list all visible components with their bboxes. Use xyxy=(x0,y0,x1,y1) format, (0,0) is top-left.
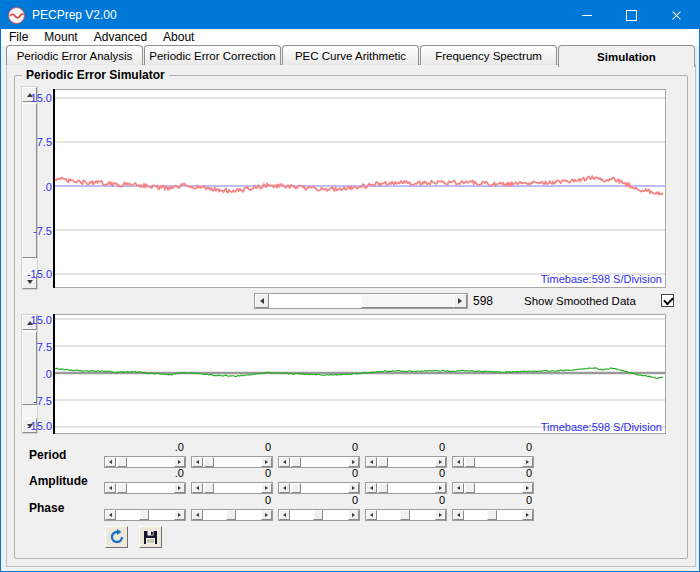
slider-right-arrow-icon[interactable] xyxy=(261,510,272,520)
menu-advanced[interactable]: Advanced xyxy=(86,29,155,46)
slider-thumb[interactable] xyxy=(291,457,301,467)
tab-pec-curve-arithmetic[interactable]: PEC Curve Arithmetic xyxy=(282,45,419,65)
timebase-scroll-thumb[interactable] xyxy=(361,294,454,308)
slider-thumb[interactable] xyxy=(313,510,323,520)
slider-thumb[interactable] xyxy=(378,483,388,493)
period-value-5: 0 xyxy=(452,441,532,453)
slider-left-arrow-icon[interactable] xyxy=(105,510,116,520)
tab-periodic-error-correction[interactable]: Periodic Error Correction xyxy=(144,45,281,65)
slider-thumb[interactable] xyxy=(117,483,127,493)
slider-left-arrow-icon[interactable] xyxy=(105,483,116,493)
slider-thumb[interactable] xyxy=(487,510,497,520)
amplitude-slider-3[interactable] xyxy=(278,482,360,494)
amplitude-value-1: .0 xyxy=(104,467,184,479)
amplitude-value-4: 0 xyxy=(365,467,445,479)
slider-right-arrow-icon[interactable] xyxy=(522,457,533,467)
timebase-scrollbar[interactable] xyxy=(254,293,468,309)
slider-thumb[interactable] xyxy=(291,483,301,493)
chart1-timebase-label: Timebase:598 S/Division xyxy=(53,273,662,285)
refresh-icon xyxy=(109,529,125,545)
app-icon xyxy=(8,7,25,24)
save-icon xyxy=(143,530,158,545)
amplitude-value-2: 0 xyxy=(191,467,271,479)
tab-periodic-error-analysis[interactable]: Periodic Error Analysis xyxy=(6,45,143,65)
menu-bar: File Mount Advanced About xyxy=(1,29,699,46)
show-smoothed-data-checkbox[interactable] xyxy=(661,294,674,307)
slider-thumb[interactable] xyxy=(204,483,214,493)
slider-row-label-period: Period xyxy=(29,448,66,462)
slider-thumb[interactable] xyxy=(400,510,410,520)
chart1-ytick-7.5: 7.5 xyxy=(21,136,52,148)
chart2-ytick--7.5: -7.5 xyxy=(21,395,52,407)
slider-left-arrow-icon[interactable] xyxy=(453,457,464,467)
maximize-button[interactable] xyxy=(609,1,654,29)
slider-left-arrow-icon[interactable] xyxy=(105,457,116,467)
tab-simulation[interactable]: Simulation xyxy=(558,45,695,67)
phase-slider-3[interactable] xyxy=(278,509,360,521)
slider-thumb[interactable] xyxy=(117,457,127,467)
slider-right-arrow-icon[interactable] xyxy=(435,483,446,493)
slider-right-arrow-icon[interactable] xyxy=(522,510,533,520)
amplitude-value-5: 0 xyxy=(452,467,532,479)
minimize-button[interactable] xyxy=(564,1,609,29)
timebase-scroll-right-icon[interactable] xyxy=(453,294,467,308)
slider-left-arrow-icon[interactable] xyxy=(366,457,377,467)
slider-left-arrow-icon[interactable] xyxy=(453,510,464,520)
slider-left-arrow-icon[interactable] xyxy=(279,483,290,493)
slider-left-arrow-icon[interactable] xyxy=(279,510,290,520)
slider-left-arrow-icon[interactable] xyxy=(192,483,203,493)
close-button[interactable] xyxy=(654,1,699,29)
close-icon xyxy=(671,10,682,21)
slider-left-arrow-icon[interactable] xyxy=(279,457,290,467)
slider-left-arrow-icon[interactable] xyxy=(192,457,203,467)
slider-right-arrow-icon[interactable] xyxy=(348,483,359,493)
save-simulation-button[interactable] xyxy=(139,526,162,548)
slider-right-arrow-icon[interactable] xyxy=(348,510,359,520)
window-title: PECPrep V2.00 xyxy=(32,8,117,22)
menu-mount[interactable]: Mount xyxy=(36,29,85,46)
slider-right-arrow-icon[interactable] xyxy=(435,510,446,520)
slider-left-arrow-icon[interactable] xyxy=(366,510,377,520)
slider-thumb[interactable] xyxy=(204,457,214,467)
menu-file[interactable]: File xyxy=(1,29,36,46)
slider-thumb[interactable] xyxy=(465,457,475,467)
slider-left-arrow-icon[interactable] xyxy=(453,483,464,493)
slider-left-arrow-icon[interactable] xyxy=(192,510,203,520)
slider-thumb[interactable] xyxy=(465,483,475,493)
slider-thumb[interactable] xyxy=(378,457,388,467)
slider-right-arrow-icon[interactable] xyxy=(174,483,185,493)
slider-thumb[interactable] xyxy=(226,510,236,520)
amplitude-slider-1[interactable] xyxy=(104,482,186,494)
slider-thumb[interactable] xyxy=(139,510,149,520)
slider-right-arrow-icon[interactable] xyxy=(522,483,533,493)
tab-frequency-spectrum[interactable]: Frequency Spectrum xyxy=(420,45,557,65)
slider-right-arrow-icon[interactable] xyxy=(261,457,272,467)
raw-error-chart xyxy=(53,89,666,288)
phase-slider-5[interactable] xyxy=(452,509,534,521)
slider-right-arrow-icon[interactable] xyxy=(261,483,272,493)
chart1-ytick-15: 15.0 xyxy=(21,92,52,104)
minimize-icon xyxy=(582,15,592,16)
amplitude-slider-2[interactable] xyxy=(191,482,273,494)
chart2-timebase-label: Timebase:598 S/Division xyxy=(53,421,662,433)
phase-slider-2[interactable] xyxy=(191,509,273,521)
slider-right-arrow-icon[interactable] xyxy=(174,457,185,467)
phase-slider-4[interactable] xyxy=(365,509,447,521)
apply-simulation-button[interactable] xyxy=(105,526,128,548)
title-bar: PECPrep V2.00 xyxy=(1,1,699,29)
slider-left-arrow-icon[interactable] xyxy=(366,483,377,493)
phase-value-3: 0 xyxy=(278,494,358,506)
amplitude-value-3: 0 xyxy=(278,467,358,479)
amplitude-slider-5[interactable] xyxy=(452,482,534,494)
slider-right-arrow-icon[interactable] xyxy=(174,510,185,520)
slider-right-arrow-icon[interactable] xyxy=(348,457,359,467)
menu-about[interactable]: About xyxy=(155,29,202,46)
period-value-1: .0 xyxy=(104,441,184,453)
chart2-ytick-15: 15.0 xyxy=(21,314,52,326)
maximize-icon xyxy=(626,10,637,21)
slider-right-arrow-icon[interactable] xyxy=(435,457,446,467)
amplitude-slider-4[interactable] xyxy=(365,482,447,494)
app-window: PECPrep V2.00 File Mount Advanced About … xyxy=(0,0,700,572)
phase-slider-1[interactable] xyxy=(104,509,186,521)
timebase-scroll-left-icon[interactable] xyxy=(255,294,269,308)
